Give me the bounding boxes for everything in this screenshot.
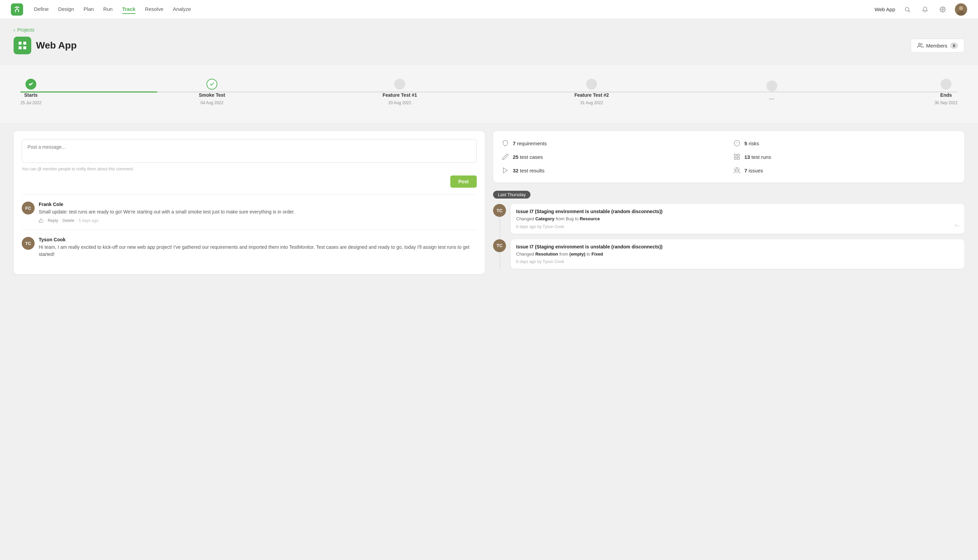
grid-icon-wrap [733,153,741,161]
timeline-item-feature2[interactable]: Feature Test #2 31 Aug 2022 [574,79,609,105]
shield-icon-wrap [501,139,509,147]
comment-author-tyson: Tyson Cook [39,237,477,242]
message-input[interactable] [22,139,477,163]
notifications-button[interactable] [920,4,930,15]
user-avatar[interactable] [955,3,967,16]
comment-body-tyson: Tyson Cook Hi team, I am really excited … [39,237,477,258]
members-label: Members [926,43,948,48]
shield-icon [502,140,509,147]
activity-meta-2: 6 days ago by Tyson Cook [516,259,959,264]
delete-action-frank[interactable]: · Delete [60,218,74,223]
gear-icon [940,7,946,13]
svg-point-4 [959,6,963,10]
timeline-node-starts [25,79,36,90]
settings-button[interactable] [937,4,948,15]
comment-author-frank: Frank Cole [39,202,295,207]
activity-avatar-1: TC [493,204,506,217]
timeline-node-ellipsis [766,80,777,91]
search-button[interactable] [902,4,913,15]
timeline-date-smoke: 04 Aug 2022 [201,100,224,105]
alert-circle-icon [733,140,740,147]
pencil-icon [502,153,509,160]
navbar: Define Design Plan Run Track Resolve Ana… [0,0,978,19]
activity-card-1: Issue I7 (Staging environment is unstabl… [511,204,965,234]
timeline-node-ends [941,79,951,90]
timeline-item-ellipsis[interactable]: ... [766,80,777,104]
stats-grid: 7 requirements 5 risks 2 [501,139,956,175]
stats-card: 7 requirements 5 risks 2 [493,131,965,183]
avatar-tyson: TC [22,237,35,250]
timeline-item-feature1[interactable]: Feature Test #1 20 Aug 2022 [382,79,417,105]
post-row: Post [22,175,477,188]
nav-run[interactable]: Run [103,5,113,14]
timeline-section: Starts 25 Jul 2022 Smoke Test 04 Aug 202… [0,65,978,123]
members-button[interactable]: Members 8 [911,39,965,53]
avatar-frank: FC [22,202,35,215]
thumbs-up-icon [39,218,43,223]
activity-stream: TC Issue I7 (Staging environment is unst… [493,204,965,269]
activity-key-1: Category [535,216,554,221]
nav-resolve[interactable]: Resolve [145,5,164,14]
stat-testresults: 32 test results [501,166,725,175]
stat-testruns: 13 test runs [733,153,956,161]
reply-action-frank[interactable]: · Reply [45,218,58,223]
nav-track[interactable]: Track [122,5,135,14]
activity-meta-1: 6 days ago by Tyson Cook [516,224,959,229]
bell-icon [922,7,928,13]
timeline-item-smoke[interactable]: Smoke Test 04 Aug 2022 [199,79,225,105]
search-icon [904,7,910,13]
breadcrumb-chevron: ‹ [13,27,15,33]
timeline-label-starts: Starts [24,92,38,98]
play-icon [502,167,509,174]
svg-point-10 [919,43,921,45]
svg-marker-18 [503,168,507,173]
comment-text-tyson: Hi team, I am really excited to kick-off… [39,244,477,258]
nav-app-name: Web App [875,7,895,12]
nav-design[interactable]: Design [58,5,74,14]
comment-text-frank: Small update: test runs are ready to go!… [39,208,295,215]
activity-title-1: Issue I7 (Staging environment is unstabl… [516,209,959,214]
breadcrumb[interactable]: ‹ Projects [13,27,965,33]
timeline: Starts 25 Jul 2022 Smoke Test 04 Aug 202… [0,72,978,112]
svg-rect-9 [23,47,27,50]
nav-links: Define Design Plan Run Track Resolve Ana… [34,5,875,14]
comment-frank: FC Frank Cole Small update: test runs ar… [22,202,477,223]
nav-analyze[interactable]: Analyze [173,5,191,14]
stat-issues: 7 issues [733,166,956,175]
timeline-label-feature2: Feature Test #2 [574,92,609,98]
timeline-label-smoke: Smoke Test [199,92,225,98]
timeline-date-feature1: 20 Aug 2022 [389,100,411,105]
stat-text-testcases: 25 test cases [513,154,542,160]
comment-time-frank: · 5 days ago [77,218,98,223]
svg-rect-16 [734,157,736,160]
app-logo[interactable] [11,3,23,16]
activity-reply-icon-1[interactable] [954,223,960,229]
navbar-right: Web App [875,3,967,16]
right-col: 7 requirements 5 risks 2 [493,131,965,274]
stat-text-risks: 5 risks [744,140,759,146]
timeline-item-starts[interactable]: Starts 25 Jul 2022 [20,79,42,105]
members-icon [917,42,923,48]
play-icon-wrap [501,166,509,175]
bug-icon [733,167,740,174]
checkmark-icon [28,82,33,87]
svg-rect-15 [738,155,739,157]
members-count: 8 [950,42,958,49]
grid-icon [733,153,740,160]
nav-plan[interactable]: Plan [83,5,94,14]
timeline-date-ends: 30 Sep 2022 [935,100,958,105]
activity-date-badge: Last Thursday [493,191,531,198]
activity-desc-2: Changed Resolution from (empty) to Fixed [516,251,959,258]
timeline-item-ends[interactable]: Ends 30 Sep 2022 [935,79,958,105]
svg-rect-8 [19,47,22,50]
post-button[interactable]: Post [450,175,477,188]
timeline-node-feature1 [394,79,405,90]
svg-rect-7 [23,42,27,45]
logo-icon [13,6,21,13]
nav-define[interactable]: Define [34,5,48,14]
project-title-group: Web App [13,37,77,54]
main-two-col: You can @ mention people to notify them … [13,131,965,274]
comment-body-frank: Frank Cole Small update: test runs are r… [39,202,295,223]
divider-2 [22,230,477,230]
stat-text-requirements: 7 requirements [513,140,547,146]
